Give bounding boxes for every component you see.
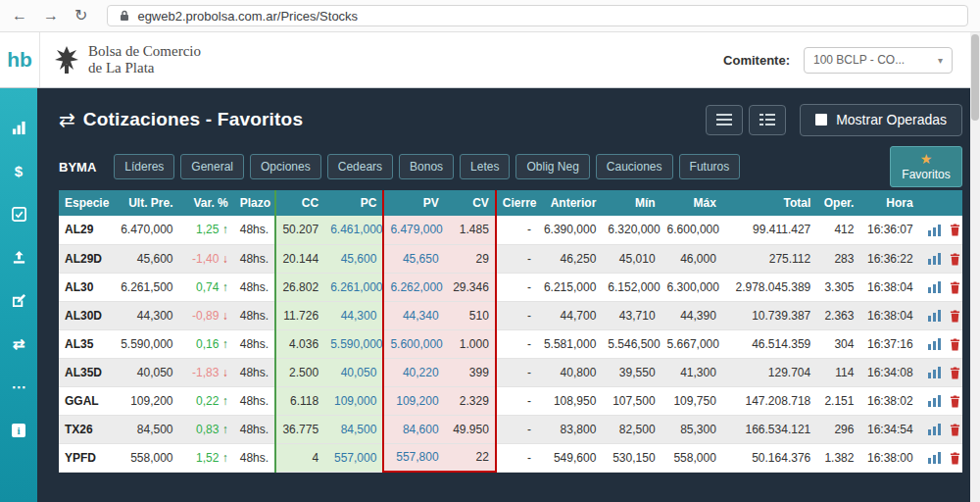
row-delete-icon[interactable] (950, 310, 960, 323)
tab-cedears[interactable]: Cedears (327, 154, 393, 179)
sidebar-item-quotes[interactable] (9, 120, 28, 136)
col-header-hora[interactable]: Hora (859, 190, 918, 216)
row-chart-icon[interactable] (928, 367, 941, 378)
tab-opciones[interactable]: Opciones (250, 154, 321, 179)
row-delete-icon[interactable] (950, 338, 960, 351)
table-row[interactable]: AL30 6.261,500 0,74 ↑ 48hs. 26.802 6.261… (59, 273, 962, 301)
col-header-cc[interactable]: CC (275, 190, 324, 216)
col-header-max[interactable]: Máx (662, 190, 722, 216)
especie-cell[interactable]: AL30 (59, 273, 110, 301)
especie-cell[interactable]: AL35 (59, 329, 110, 358)
list-view-button[interactable] (706, 105, 743, 135)
reload-icon[interactable]: ↻ (74, 8, 87, 24)
tab-letes[interactable]: Letes (460, 154, 510, 179)
especie-cell[interactable]: AL29D (59, 244, 110, 273)
table-row[interactable]: AL35 5.590,000 0,16 ↑ 48hs. 4.036 5.590,… (59, 329, 962, 358)
col-header-pv[interactable]: PV (383, 190, 444, 216)
pc-cell[interactable]: 84,500 (324, 415, 383, 443)
col-header-oper-[interactable]: Oper. (816, 190, 859, 216)
page-scrollbar[interactable] (970, 32, 980, 502)
especie-cell[interactable]: AL35D (59, 358, 110, 386)
tab-oblig-neg[interactable]: Oblig Neg (515, 154, 589, 179)
row-delete-icon[interactable] (950, 395, 960, 408)
col-header-ult-pre-[interactable]: Ult. Pre. (110, 190, 178, 216)
pv-cell[interactable]: 109,200 (383, 386, 444, 415)
table-row[interactable]: YPFD 558,000 1,52 ↑ 48hs. 4 557,000 557,… (59, 443, 962, 472)
pv-cell[interactable]: 557,800 (383, 443, 444, 472)
forward-icon[interactable]: → (43, 8, 59, 24)
especie-cell[interactable]: YPFD (59, 443, 110, 472)
col-header-anterior[interactable]: Anterior (537, 190, 602, 216)
especie-cell[interactable]: AL29 (59, 216, 110, 244)
row-chart-icon[interactable] (928, 395, 941, 407)
pc-cell[interactable]: 5.590,000 (324, 329, 383, 358)
sidebar-item-info[interactable]: i (9, 422, 28, 438)
detail-list-view-button[interactable] (749, 105, 786, 135)
table-row[interactable]: AL29 6.470,000 1,25 ↑ 48hs. 50.207 6.461… (59, 216, 962, 244)
table-row[interactable]: AL30D 44,300 -0,89 ↓ 48hs. 11.726 44,300… (59, 301, 962, 329)
tab-cauciones[interactable]: Cauciones (596, 154, 673, 179)
pc-cell[interactable]: 40,050 (324, 358, 383, 386)
tab-bonos[interactable]: Bonos (399, 154, 454, 179)
pv-cell[interactable]: 6.262,000 (383, 273, 444, 301)
row-delete-icon[interactable] (950, 367, 960, 379)
pc-cell[interactable]: 6.461,000 (324, 216, 383, 244)
cc-cell: 50.207 (275, 216, 324, 244)
col-header-cv[interactable]: CV (445, 190, 496, 216)
pc-cell[interactable]: 557,000 (324, 443, 383, 472)
sidebar-item-money[interactable]: $ (9, 163, 28, 179)
sidebar-item-orders[interactable] (9, 206, 28, 223)
table-row[interactable]: TX26 84,500 0,83 ↑ 48hs. 36.775 84,500 8… (59, 415, 962, 443)
back-icon[interactable]: ← (12, 8, 27, 24)
col-header-total[interactable]: Total (722, 190, 816, 216)
sidebar-item-upload[interactable] (9, 249, 28, 266)
comitente-select[interactable]: 100 BCLP - CO... ▾ (804, 47, 953, 74)
row-chart-icon[interactable] (928, 424, 941, 435)
pv-cell[interactable]: 44,340 (383, 301, 444, 329)
pv-cell[interactable]: 45,650 (383, 244, 444, 273)
row-chart-icon[interactable] (928, 281, 941, 293)
tab-futuros[interactable]: Futuros (679, 154, 741, 179)
col-header-especie[interactable]: Especie (59, 190, 110, 216)
pc-cell[interactable]: 44,300 (324, 301, 383, 329)
row-delete-icon[interactable] (950, 424, 960, 436)
url-bar[interactable]: egweb2.probolsa.com.ar/Prices/Stocks (107, 5, 968, 26)
row-delete-icon[interactable] (950, 253, 960, 266)
pc-cell[interactable]: 109,000 (324, 386, 383, 415)
pv-cell[interactable]: 6.479,000 (383, 216, 444, 244)
col-header-plazo[interactable]: Plazo (234, 190, 275, 216)
col-header-pc[interactable]: PC (324, 190, 383, 216)
pv-cell[interactable]: 84,600 (383, 415, 444, 443)
operadas-checkbox[interactable] (815, 114, 827, 126)
table-row[interactable]: AL29D 45,600 -1,40 ↓ 48hs. 20.144 45,600… (59, 244, 962, 273)
pv-cell[interactable]: 5.600,000 (383, 329, 444, 358)
col-header-var-[interactable]: Var. % (179, 190, 234, 216)
pc-cell[interactable]: 6.261,000 (324, 273, 383, 301)
row-chart-icon[interactable] (928, 310, 941, 322)
especie-cell[interactable]: TX26 (59, 415, 110, 443)
tab-lideres[interactable]: Líderes (114, 154, 174, 179)
sidebar-item-more[interactable]: ⋯ (9, 378, 28, 395)
scrollbar-thumb[interactable] (971, 34, 979, 121)
sidebar-item-transfers[interactable]: ⇄ (9, 335, 28, 352)
row-delete-icon[interactable] (950, 281, 960, 294)
favorites-button[interactable]: ★ Favoritos (890, 146, 962, 187)
especie-cell[interactable]: GGAL (59, 386, 110, 415)
tab-general[interactable]: General (180, 154, 244, 179)
row-delete-icon[interactable] (950, 224, 960, 236)
row-chart-icon[interactable] (928, 338, 941, 350)
mostrar-operadas-button[interactable]: Mostrar Operadas (800, 104, 962, 136)
row-chart-icon[interactable] (928, 225, 941, 236)
row-chart-icon[interactable] (928, 253, 941, 265)
table-row[interactable]: AL35D 40,050 -1,83 ↓ 48hs. 2.500 40,050 … (59, 358, 962, 386)
pc-cell[interactable]: 45,600 (324, 244, 383, 273)
hb-logo[interactable]: hb (0, 48, 39, 72)
especie-cell[interactable]: AL30D (59, 301, 110, 329)
col-header-min[interactable]: Mín (602, 190, 661, 216)
table-row[interactable]: GGAL 109,200 0,22 ↑ 48hs. 6.118 109,000 … (59, 386, 962, 415)
row-chart-icon[interactable] (928, 452, 941, 464)
pv-cell[interactable]: 40,220 (383, 358, 444, 386)
col-header-cierre[interactable]: Cierre (496, 190, 537, 216)
row-delete-icon[interactable] (950, 452, 960, 465)
sidebar-item-edit[interactable] (9, 292, 28, 309)
